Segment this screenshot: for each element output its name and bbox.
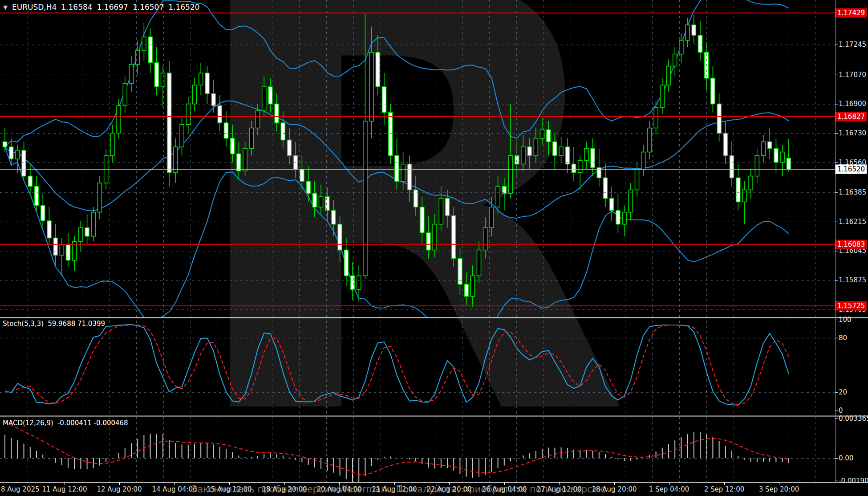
stoch-tick-label: 20: [839, 388, 847, 396]
symbol-timeframe-label: EURUSD,H4: [12, 3, 57, 12]
price-tick-label: 1.17070: [839, 71, 866, 79]
time-tick-label: 2 Sep 12:00: [704, 485, 745, 493]
price-tick-label: 1.16730: [839, 129, 866, 137]
chart-canvas[interactable]: [0, 0, 868, 496]
chart-title-bar: ▼ EURUSD,H4 1.16584 1.16697 1.16507 1.16…: [3, 3, 200, 12]
ohlc-low-value: 1.16507: [133, 3, 164, 12]
price-level-badge: 1.15725: [836, 301, 867, 310]
stoch-name: Stoch(5,3,3): [3, 320, 44, 328]
stochastic-panel[interactable]: [0, 325, 835, 405]
trading-terminal-chart: R ▼ EURUSD,H4 1.16584 1.16697 1.16507 1.…: [0, 0, 868, 496]
stoch-tick-label: 100: [839, 316, 852, 324]
stochastic-indicator-label: Stoch(5,3,3) 59.9688 71.0399: [3, 320, 105, 328]
ohlc-high-value: 1.16697: [97, 3, 128, 12]
price-tick-label: 1.16900: [839, 100, 866, 108]
price-tick-label: 1.16385: [839, 188, 866, 196]
price-tick-label: 1.16215: [839, 218, 866, 226]
stoch-current-values: 59.9688 71.0399: [48, 320, 105, 328]
time-tick-label: 11 Aug 12:00: [42, 485, 87, 493]
time-tick-label: 12 Aug 20:00: [97, 485, 142, 493]
trial-watermark-text: Закончилась пробная версия Watermark. По…: [191, 484, 606, 495]
macd-indicator-label: MACD(12,26,9) -0.000411 -0.000468: [3, 419, 128, 427]
price-level-badge: 1.16083: [836, 240, 867, 249]
price-level-badge: 1.16827: [836, 112, 867, 121]
ohlc-open-value: 1.16584: [61, 3, 92, 12]
macd-current-values: -0.000411 -0.000468: [57, 419, 128, 427]
macd-panel[interactable]: [0, 422, 835, 484]
time-tick-label: 14 Aug 04:00: [152, 485, 197, 493]
price-level-badge: 1.17429: [836, 8, 867, 18]
macd-tick-label: -0.001909: [839, 477, 868, 485]
time-tick-label: 3 Sep 20:00: [759, 485, 799, 493]
current-price-badge: 1.16520: [836, 165, 867, 174]
price-tick-label: 1.17245: [839, 41, 866, 49]
macd-tick-label: 0.00: [839, 454, 853, 462]
stoch-tick-label: 0: [839, 407, 843, 415]
time-tick-label: 1 Sep 04:00: [649, 485, 690, 493]
macd-tick-label: 0.003365: [839, 415, 868, 423]
stoch-tick-label: 80: [839, 334, 847, 342]
time-tick-label: 8 Aug 2025: [1, 485, 40, 493]
macd-name: MACD(12,26,9): [3, 419, 53, 427]
price-tick-label: 1.15875: [839, 276, 866, 284]
main-price-panel[interactable]: [3, 0, 791, 342]
symbol-dropdown-icon[interactable]: ▼: [3, 4, 8, 11]
ohlc-close-value: 1.16520: [168, 3, 199, 12]
